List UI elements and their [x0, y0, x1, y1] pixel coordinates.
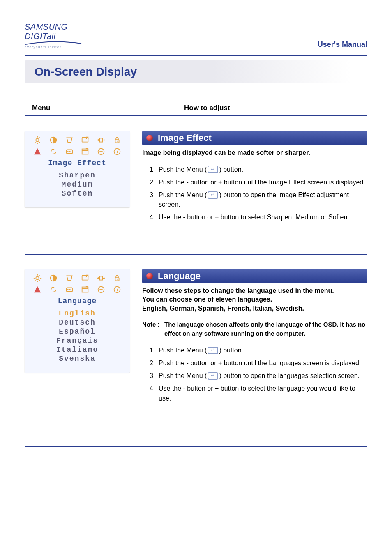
- section-header: Image Effect: [142, 131, 367, 145]
- section-heading: Language: [158, 271, 201, 281]
- window-icon: [80, 147, 90, 157]
- brand-tagline: everyone's invited: [25, 45, 82, 49]
- sun-icon: [32, 273, 42, 283]
- svg-line-7: [35, 142, 36, 143]
- screen-icon: [80, 135, 90, 145]
- contrast-icon: [48, 273, 58, 283]
- svg-point-41: [67, 289, 69, 290]
- page-title-bar: On-Screen Display: [25, 60, 367, 83]
- manual-title: User's Manual: [318, 40, 367, 49]
- svg-point-15: [67, 151, 69, 152]
- svg-rect-11: [99, 138, 102, 142]
- instruction-step: 3.Push the Menu () button to open the Im…: [150, 190, 367, 209]
- svg-rect-44: [82, 287, 88, 292]
- svg-point-50: [117, 288, 118, 288]
- lock-recall-icon: [112, 135, 122, 145]
- window-icon: [80, 285, 90, 295]
- osd-title: Language: [25, 297, 130, 305]
- columns-rule: [25, 115, 367, 116]
- link-icon: [48, 285, 58, 295]
- sun-icon: [32, 135, 42, 145]
- bullet-icon: [146, 135, 153, 141]
- section-intro: Image being displayed can be made softer…: [142, 148, 367, 157]
- instruction-step: 1.Push the Menu () button.: [150, 345, 367, 355]
- svg-line-32: [39, 280, 40, 281]
- menu-button-icon: [208, 191, 218, 199]
- instruction-step: 4.Use the - button or + button to select…: [150, 212, 367, 222]
- bullet-icon: [146, 273, 153, 279]
- osd-option: Svenska: [25, 355, 130, 363]
- header-rule: [25, 55, 367, 56]
- warning-icon: [32, 147, 42, 157]
- svg-point-39: [117, 279, 118, 279]
- link-icon: [48, 147, 58, 157]
- instruction-step: 4.Use the - button or + button to select…: [150, 384, 367, 403]
- contrast-icon: [48, 135, 58, 145]
- expand-icon: [96, 135, 106, 145]
- instruction-list: 1.Push the Menu () button.2.Push the - b…: [142, 345, 367, 403]
- menu-button-icon: [208, 166, 218, 173]
- osd-option: Deutsch: [25, 318, 130, 327]
- brand-name: SAMSUNG DIGITall: [25, 22, 68, 41]
- instruction-step: 2.Push the - button or + button until th…: [150, 358, 367, 368]
- screen-icon: [80, 273, 90, 283]
- section-divider: [25, 254, 367, 255]
- section-header: Language: [142, 269, 367, 283]
- osd-title: Image Effect: [25, 159, 130, 167]
- col-menu: Menu: [32, 104, 184, 112]
- osd-option: Sharpen: [25, 171, 130, 180]
- svg-point-0: [36, 138, 39, 141]
- footer-rule: [25, 446, 367, 447]
- svg-point-26: [36, 276, 39, 279]
- expand-icon: [96, 273, 106, 283]
- manual-section: LanguageEnglishDeutschEspañolFrançaisIta…: [25, 269, 367, 406]
- svg-point-13: [117, 141, 118, 142]
- svg-line-31: [35, 275, 36, 276]
- section-heading: Image Effect: [158, 133, 212, 143]
- svg-point-17: [70, 151, 71, 152]
- lock-recall-icon: [112, 273, 122, 283]
- svg-point-24: [117, 150, 118, 150]
- warning-icon: [32, 285, 42, 295]
- page-title: On-Screen Display: [35, 65, 357, 78]
- plus-icon: [96, 285, 106, 295]
- manual-section: Image EffectSharpenMediumSoftenImage Eff…: [25, 131, 367, 226]
- osd-preview: LanguageEnglishDeutschEspañolFrançaisIta…: [25, 269, 130, 373]
- svg-rect-18: [82, 149, 88, 154]
- trapezoid-icon: [65, 135, 74, 145]
- color-icon: [65, 147, 74, 157]
- trapezoid-icon: [65, 273, 74, 283]
- instruction-step: 1.Push the Menu () button.: [150, 165, 367, 174]
- osd-preview: Image EffectSharpenMediumSoften: [25, 131, 130, 207]
- osd-option: English: [25, 309, 130, 318]
- info-icon: [112, 285, 122, 295]
- svg-line-5: [35, 138, 36, 138]
- menu-button-icon: [208, 347, 218, 354]
- section-intro: Follow these steps to change the languag…: [142, 286, 367, 313]
- plus-icon: [96, 147, 106, 157]
- osd-option: Español: [25, 327, 130, 336]
- color-icon: [65, 285, 74, 295]
- svg-point-42: [69, 289, 70, 290]
- column-headers: Menu How to adjust: [32, 104, 360, 112]
- svg-line-8: [39, 138, 40, 138]
- svg-line-6: [39, 142, 40, 143]
- note: Note :The language chosen affects only t…: [142, 320, 367, 338]
- svg-point-16: [69, 151, 70, 152]
- instruction-step: 2.Push the - button or + button until th…: [150, 177, 367, 187]
- osd-option: Italiano: [25, 345, 130, 354]
- instruction-step: 3.Push the Menu () button to open the la…: [150, 371, 367, 380]
- osd-option: Soften: [25, 189, 130, 198]
- logo-swoosh-icon: [25, 41, 82, 45]
- svg-rect-37: [99, 276, 102, 280]
- info-icon: [112, 147, 122, 157]
- col-howto: How to adjust: [184, 104, 230, 112]
- osd-option: Français: [25, 336, 130, 345]
- osd-option: Medium: [25, 180, 130, 189]
- svg-line-33: [35, 280, 36, 281]
- instruction-list: 1.Push the Menu () button.2.Push the - b…: [142, 165, 367, 222]
- menu-button-icon: [208, 372, 218, 380]
- brand-logo: SAMSUNG DIGITall everyone's invited: [25, 22, 82, 49]
- svg-point-43: [70, 289, 71, 290]
- svg-line-34: [39, 275, 40, 276]
